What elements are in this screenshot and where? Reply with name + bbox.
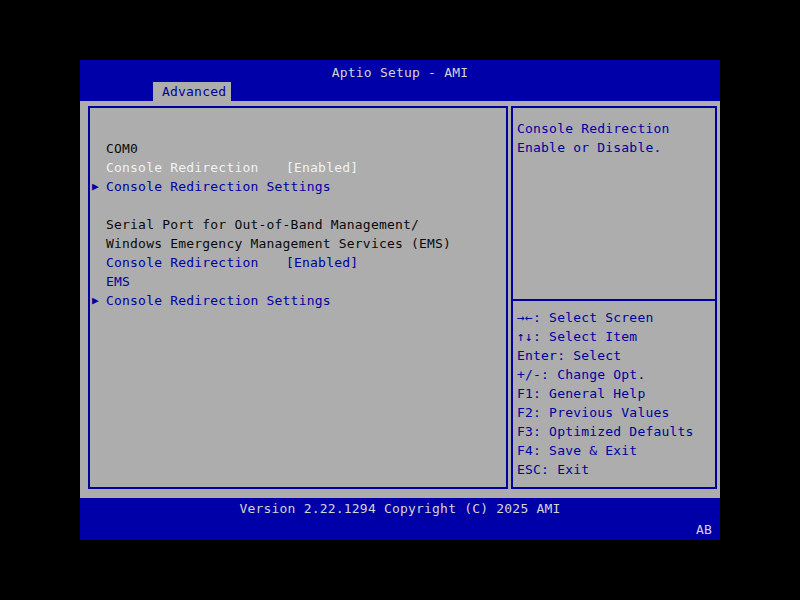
help-panel: Console Redirection Enable or Disable. →… — [511, 106, 717, 489]
menu-spacer — [90, 196, 506, 215]
menu-item-console-redirection-settings[interactable]: ▶ Console Redirection Settings — [90, 177, 506, 196]
menu-label: Windows Emergency Management Services (E… — [106, 236, 451, 251]
menu-label: Serial Port for Out-of-Band Management/ — [106, 217, 419, 232]
menu-item-console-redirection-settings-ems[interactable]: ▶ Console Redirection Settings — [90, 291, 506, 310]
menu-panel: COM0 Console Redirection [Enabled] ▶ Con… — [88, 106, 508, 489]
help-text: Console Redirection Enable or Disable. — [513, 108, 715, 301]
menu-label: Console Redirection — [106, 160, 259, 175]
help-line: Enable or Disable. — [517, 138, 712, 157]
legend-f3-optimized-defaults: F3: Optimized Defaults — [517, 422, 715, 441]
legend-select-item: ↑↓: Select Item — [517, 327, 715, 346]
menu-item-ems[interactable]: EMS — [90, 272, 506, 291]
menu-label: Console Redirection — [106, 255, 259, 270]
legend-f1-general-help: F1: General Help — [517, 384, 715, 403]
legend-enter-select: Enter: Select — [517, 346, 715, 365]
menu-label: Console Redirection Settings — [106, 293, 331, 308]
menu-label: COM0 — [106, 141, 138, 156]
page-title: Aptio Setup - AMI — [80, 65, 720, 80]
key-legend: →←: Select Screen ↑↓: Select Item Enter:… — [513, 301, 715, 479]
menu-heading-com0: COM0 — [90, 139, 506, 158]
title-bar: Aptio Setup - AMI Advanced — [80, 60, 720, 101]
menu-item-console-redirection[interactable]: Console Redirection [Enabled] — [90, 158, 506, 177]
menu-rows: COM0 Console Redirection [Enabled] ▶ Con… — [90, 108, 506, 310]
tab-advanced[interactable]: Advanced — [153, 82, 231, 101]
legend-esc-exit: ESC: Exit — [517, 460, 715, 479]
menu-value[interactable]: [Enabled] — [286, 158, 358, 177]
legend-f4-save-exit: F4: Save & Exit — [517, 441, 715, 460]
footer-corner-code: AB — [696, 522, 712, 537]
submenu-arrow-icon: ▶ — [92, 291, 99, 310]
legend-f2-previous-values: F2: Previous Values — [517, 403, 715, 422]
help-line: Console Redirection — [517, 119, 712, 138]
submenu-arrow-icon: ▶ — [92, 177, 99, 196]
legend-select-screen: →←: Select Screen — [517, 308, 715, 327]
bios-setup-screen: Aptio Setup - AMI Advanced COM0 Console … — [80, 60, 720, 540]
menu-heading-oob-line1: Serial Port for Out-of-Band Management/ — [90, 215, 506, 234]
version-text: Version 2.22.1294 Copyright (C) 2025 AMI — [80, 501, 720, 516]
footer-bar: Version 2.22.1294 Copyright (C) 2025 AMI… — [80, 498, 720, 540]
menu-label: Console Redirection Settings — [106, 179, 331, 194]
menu-item-console-redirection-ems[interactable]: Console Redirection [Enabled] — [90, 253, 506, 272]
main-area: COM0 Console Redirection [Enabled] ▶ Con… — [80, 101, 720, 498]
menu-label: EMS — [106, 274, 130, 289]
legend-change-opt: +/-: Change Opt. — [517, 365, 715, 384]
menu-value[interactable]: [Enabled] — [286, 253, 358, 272]
menu-heading-oob-line2: Windows Emergency Management Services (E… — [90, 234, 506, 253]
